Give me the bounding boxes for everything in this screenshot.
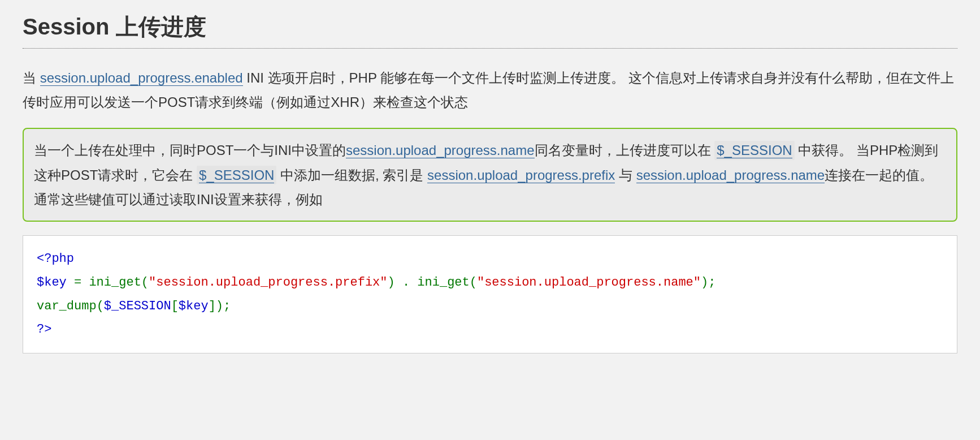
link-upload-progress-name-2[interactable]: session.upload_progress.name [636, 167, 825, 183]
highlighted-paragraph: 当一个上传在处理中，同时POST一个与INI中设置的session.upload… [23, 128, 957, 222]
code-fn-iniget-2: ini_get [417, 275, 469, 290]
code-bracket-open: [ [171, 299, 179, 313]
text: 同名变量时，上传进度可以在 [535, 143, 711, 158]
text: 中添加一组数据, 索引是 [276, 167, 427, 183]
code-fn-iniget-1: ini_get [89, 275, 141, 290]
php-code-block: <?php $key = ini_get("session.upload_pro… [23, 235, 957, 353]
code-string-prefix: "session.upload_progress.prefix" [149, 275, 387, 290]
link-session-2[interactable]: $_SESSION [199, 167, 274, 183]
text: 当一个上传在处理中，同时POST一个与INI中设置的 [34, 143, 346, 158]
code-paren-concat: ) . [388, 275, 418, 290]
link-session-1[interactable]: $_SESSION [717, 143, 792, 158]
intro-paragraph: 当 session.upload_progress.enabled INI 选项… [23, 66, 957, 114]
text: 当 [23, 70, 40, 85]
code-equals: = [74, 275, 89, 290]
code-bracket-close: ]); [209, 299, 231, 313]
code-string-name: "session.upload_progress.name" [477, 275, 701, 290]
page-title: Session 上传进度 [23, 11, 957, 49]
session-var-pill-2: $_SESSION [197, 166, 276, 185]
text: 与 [615, 167, 636, 183]
code-paren-close-semi: ); [701, 275, 716, 290]
code-var-key-2: $key [179, 299, 209, 313]
code-fn-vardump: var_dump [37, 299, 97, 313]
code-paren-open-2: ( [470, 275, 477, 290]
code-close-tag: ?> [37, 322, 51, 337]
link-upload-progress-prefix[interactable]: session.upload_progress.prefix [427, 167, 615, 183]
code-open-tag: <?php [37, 252, 74, 266]
code-var-session: $_SESSION [104, 299, 171, 313]
link-upload-progress-name-1[interactable]: session.upload_progress.name [346, 143, 535, 158]
session-var-pill-1: $_SESSION [714, 141, 794, 160]
link-upload-progress-enabled[interactable]: session.upload_progress.enabled [40, 70, 243, 86]
code-var-key: $key [37, 275, 74, 290]
code-paren-open-3: ( [97, 299, 104, 313]
code-paren-open-1: ( [141, 275, 149, 290]
